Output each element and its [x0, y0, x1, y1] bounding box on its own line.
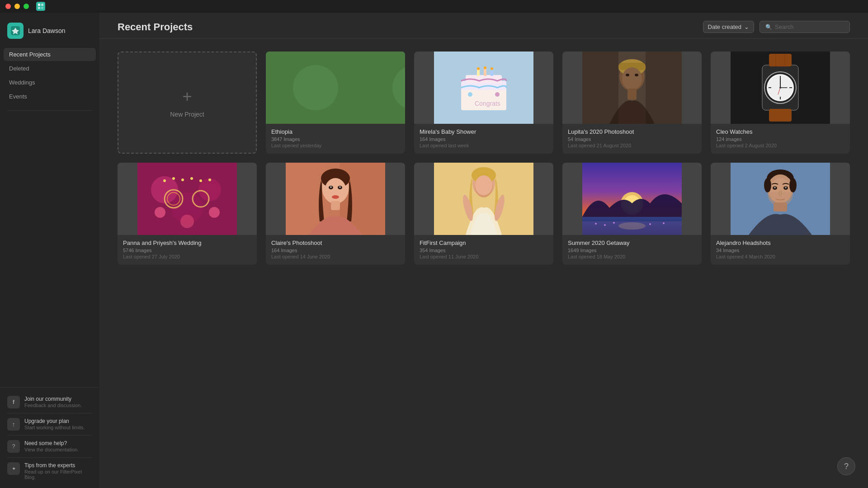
project-card-panna[interactable]: Panna and Priyesh's Wedding 5746 Images …: [118, 163, 257, 265]
project-thumb-cleo: [711, 52, 850, 124]
svg-rect-115: [774, 202, 787, 211]
profile-name: Lara Dawson: [28, 27, 66, 34]
project-info-alejandro: Alejandro Headshots 34 Images Last opene…: [711, 235, 850, 265]
project-name: Summer 2020 Getaway: [568, 239, 696, 246]
app-icon: [36, 2, 45, 11]
svg-point-110: [789, 178, 797, 192]
sidebar-footer: f Join our community Feedback and discus…: [0, 387, 99, 488]
svg-point-10: [334, 88, 341, 95]
svg-point-9: [323, 89, 330, 96]
project-info-ethiopia: Ethiopia 3847 Images Last opened yesterd…: [266, 124, 405, 154]
sidebar-nav: Recent Projects Deleted Weddings Events: [0, 48, 99, 103]
svg-rect-38: [582, 52, 618, 124]
svg-point-26: [468, 92, 472, 97]
svg-point-109: [764, 178, 771, 192]
sidebar-item-weddings[interactable]: Weddings: [4, 76, 96, 89]
sort-dropdown[interactable]: Date created ⌄: [703, 21, 754, 33]
sidebar-upgrade[interactable]: ↑ Upgrade your plan Start working withou…: [0, 413, 99, 435]
project-thumb-summer: [562, 163, 702, 235]
svg-point-72: [180, 215, 194, 228]
svg-point-83: [332, 195, 339, 199]
project-thumb-claires: [266, 163, 405, 235]
svg-rect-0: [38, 4, 40, 6]
project-info-summer: Summer 2020 Getaway 1649 Images Last ope…: [562, 235, 702, 265]
svg-point-27: [495, 92, 500, 97]
header-controls: Date created ⌄ 🔍: [703, 21, 850, 33]
svg-point-81: [330, 186, 332, 188]
svg-rect-84: [331, 201, 340, 210]
project-date: Last opened 2 August 2020: [716, 143, 844, 148]
minimize-button[interactable]: [14, 4, 20, 9]
sidebar-item-deleted[interactable]: Deleted: [4, 62, 96, 75]
svg-point-90: [475, 175, 492, 195]
svg-point-24: [484, 66, 486, 69]
project-thumb-panna: [118, 163, 257, 235]
sidebar-item-recent-projects[interactable]: Recent Projects: [4, 48, 96, 61]
svg-point-71: [209, 207, 220, 218]
sidebar-tips[interactable]: ✦ Tips from the experts Read up on our F…: [0, 458, 99, 484]
sort-label: Date created: [708, 23, 741, 30]
project-count: 34 Images: [716, 248, 844, 253]
tips-icon: ✦: [7, 462, 20, 475]
project-card-fitfirst[interactable]: FitFirst Campaign 354 Images Last opened…: [414, 163, 553, 265]
new-project-plus-icon: +: [182, 87, 192, 106]
project-info-lupita: Lupita's 2020 Photoshoot 54 Images Last …: [562, 124, 702, 154]
svg-rect-15: [286, 110, 385, 124]
project-card-summer[interactable]: Summer 2020 Getaway 1649 Images Last ope…: [562, 163, 702, 265]
project-card-alejandro[interactable]: Alejandro Headshots 34 Images Last opene…: [711, 163, 850, 265]
svg-point-23: [477, 67, 480, 70]
maximize-button[interactable]: [24, 4, 29, 9]
project-info-fitfirst: FitFirst Campaign 354 Images Last opened…: [414, 235, 553, 265]
project-date: Last opened 18 May 2020: [568, 254, 696, 259]
project-name: Panna and Priyesh's Wedding: [123, 239, 251, 246]
project-card-lupita[interactable]: Lupita's 2020 Photoshoot 54 Images Last …: [562, 52, 702, 154]
help-button[interactable]: ?: [837, 457, 855, 475]
svg-point-7: [333, 63, 365, 103]
svg-rect-3: [41, 7, 43, 9]
profile-avatar: [7, 23, 24, 39]
svg-rect-12: [323, 96, 330, 105]
search-input[interactable]: [775, 23, 844, 30]
new-project-card[interactable]: + New Project: [118, 52, 257, 154]
svg-point-100: [604, 224, 606, 226]
project-info-mirela: Mirela's Baby Shower 164 Images Last ope…: [414, 124, 553, 154]
app-title: [36, 2, 45, 11]
project-name: Mirela's Baby Shower: [420, 128, 548, 135]
project-count: 354 Images: [420, 248, 548, 253]
project-card-mirela[interactable]: Congrats Mirela's Baby Shower 164 Images…: [414, 52, 553, 154]
projects-grid: + New Project: [118, 52, 850, 265]
project-thumb-alejandro: [711, 163, 850, 235]
svg-point-65: [172, 177, 175, 180]
close-button[interactable]: [5, 4, 11, 9]
svg-rect-2: [38, 7, 40, 9]
project-card-cleo[interactable]: Cleo Watches 124 images Last opened 2 Au…: [711, 52, 850, 154]
svg-rect-48: [789, 87, 792, 88]
svg-point-64: [163, 179, 166, 182]
project-name: Cleo Watches: [716, 128, 844, 135]
svg-rect-54: [769, 109, 792, 122]
svg-text:Congrats: Congrats: [475, 100, 500, 107]
sidebar-community[interactable]: f Join our community Feedback and discus…: [0, 391, 99, 413]
project-count: 164 Images: [271, 248, 400, 253]
project-name: FitFirst Campaign: [420, 239, 548, 246]
svg-rect-53: [769, 54, 792, 66]
project-info-cleo: Cleo Watches 124 images Last opened 2 Au…: [711, 124, 850, 154]
sidebar: Lara Dawson Recent Projects Deleted Wedd…: [0, 13, 99, 488]
project-count: 54 Images: [568, 136, 696, 142]
sidebar-help[interactable]: ? Need some help? View the documentation…: [0, 436, 99, 457]
project-card-claires[interactable]: Claire's Photoshoot 164 Images Last open…: [266, 163, 405, 265]
svg-rect-46: [780, 97, 781, 99]
community-icon: f: [7, 396, 20, 408]
project-name: Ethiopia: [271, 128, 400, 135]
svg-point-101: [613, 222, 615, 224]
svg-point-103: [663, 222, 665, 224]
content-header: Recent Projects Date created ⌄ 🔍: [99, 13, 868, 39]
project-thumb-mirela: Congrats: [414, 52, 553, 124]
project-card-ethiopia[interactable]: Ethiopia 3847 Images Last opened yesterd…: [266, 52, 405, 154]
projects-area: + New Project: [99, 39, 868, 488]
sidebar-item-events[interactable]: Events: [4, 90, 96, 103]
search-box: 🔍: [760, 21, 850, 33]
svg-point-99: [595, 223, 597, 225]
content-area: Recent Projects Date created ⌄ 🔍 + New P…: [99, 13, 868, 488]
project-count: 5746 Images: [123, 248, 251, 253]
